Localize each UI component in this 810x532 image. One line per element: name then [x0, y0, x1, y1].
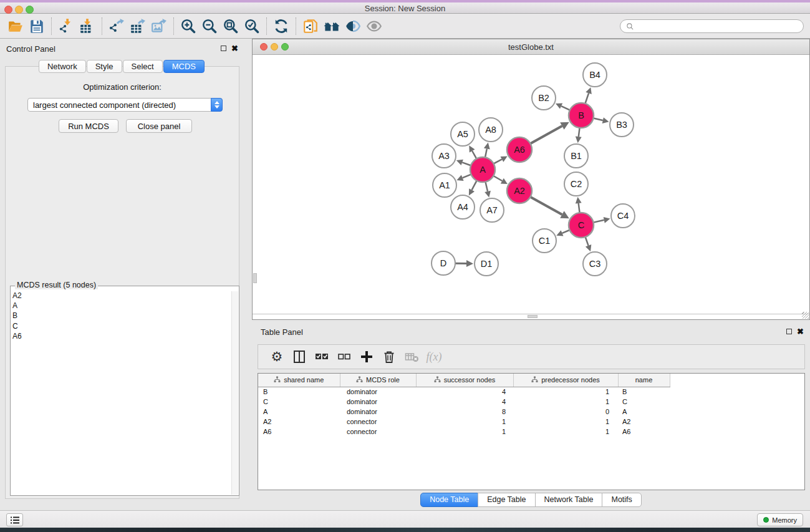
cell[interactable]: connector	[340, 427, 416, 437]
cell[interactable]: 1	[513, 417, 618, 427]
graph-node-label-B2: B2	[538, 93, 549, 103]
cell[interactable]: A	[618, 407, 670, 417]
column-view-icon[interactable]	[288, 347, 311, 366]
table-row[interactable]: Cdominator41C	[258, 397, 804, 407]
column-header-shared-name[interactable]: shared name	[258, 374, 340, 387]
refresh-layout-icon[interactable]	[271, 17, 292, 36]
close-table-panel-icon[interactable]: ✖	[797, 328, 804, 335]
import-table-icon[interactable]	[77, 17, 98, 36]
cell[interactable]: B	[258, 387, 340, 397]
graph-edge-A2-C[interactable]	[529, 196, 562, 215]
cell[interactable]: 0	[513, 407, 618, 417]
table-row[interactable]: Adominator80A	[258, 407, 804, 417]
tab-select[interactable]: Select	[123, 60, 163, 73]
cell[interactable]: C	[258, 397, 340, 407]
cell[interactable]: A2	[618, 417, 670, 427]
cell[interactable]: 1	[416, 427, 513, 437]
float-panel-icon[interactable]	[221, 46, 226, 51]
result-item-a6[interactable]: A6	[12, 331, 229, 341]
cell[interactable]: A6	[618, 427, 670, 437]
cell-filler	[670, 387, 804, 397]
table-row[interactable]: A2connector11A2	[258, 417, 804, 427]
mcds-result-title: MCDS result (5 nodes)	[15, 281, 98, 289]
hide-graphics-details-icon[interactable]	[342, 17, 364, 36]
select-all-columns-icon[interactable]	[311, 347, 333, 366]
tab-motifs[interactable]: Motifs	[602, 493, 641, 507]
tab-edge-table[interactable]: Edge Table	[478, 493, 535, 507]
column-header-successor-nodes[interactable]: successor nodes	[416, 374, 513, 387]
export-image-icon[interactable]	[148, 17, 170, 36]
open-session-icon[interactable]	[5, 17, 26, 36]
close-panel-button[interactable]: Close panel	[126, 119, 192, 133]
optimization-criterion-label: Optimization criterion:	[6, 82, 239, 92]
network-canvas[interactable]: AA1A2A3A4A5A6A7A8BB1B2B3B4CC1C2C3C4DD1	[253, 55, 809, 314]
cell[interactable]: 4	[416, 387, 513, 397]
network-window-titlebar[interactable]: testGlobe.txt	[253, 39, 809, 55]
cell[interactable]: 1	[513, 427, 618, 437]
cell[interactable]: dominator	[340, 387, 416, 397]
horizontal-scroll-thumb[interactable]	[528, 315, 538, 318]
export-network-icon[interactable]	[106, 17, 127, 36]
dropdown-stepper-icon	[211, 98, 223, 112]
result-item-a2[interactable]: A2	[12, 291, 229, 301]
table-row[interactable]: A6connector11A6	[258, 427, 804, 437]
add-column-icon[interactable]	[355, 347, 378, 366]
optimization-criterion-select[interactable]: largest connected component (directed)	[27, 98, 223, 112]
column-header-name[interactable]: name	[618, 374, 670, 387]
zoom-fit-icon[interactable]	[220, 17, 241, 36]
list-icon	[10, 516, 20, 525]
table-row[interactable]: Bdominator41B	[258, 387, 804, 397]
close-panel-icon[interactable]: ✖	[231, 45, 238, 52]
zoom-selected-icon[interactable]	[241, 17, 263, 36]
network-graph: AA1A2A3A4A5A6A7A8BB1B2B3B4CC1C2C3C4DD1	[253, 55, 809, 314]
graph-edge-A6-B[interactable]	[529, 126, 562, 144]
search-input[interactable]	[620, 19, 804, 33]
control-panel-title: Control Panel	[6, 44, 55, 54]
float-table-panel-icon[interactable]	[786, 329, 792, 334]
result-item-c[interactable]: C	[12, 321, 229, 331]
cell[interactable]: dominator	[340, 407, 416, 417]
zoom-out-icon[interactable]	[199, 17, 220, 36]
tab-network-table[interactable]: Network Table	[535, 493, 603, 507]
column-header-MCDS-role[interactable]: MCDS role	[340, 374, 416, 387]
cell[interactable]: 8	[416, 407, 513, 417]
task-history-button[interactable]	[6, 513, 23, 526]
cell[interactable]: A	[258, 407, 340, 417]
cell[interactable]: B	[618, 387, 670, 397]
cell[interactable]: A2	[258, 417, 340, 427]
home-view-icon[interactable]	[321, 17, 342, 36]
column-header-predecessor-nodes[interactable]: predecessor nodes	[513, 374, 618, 387]
cell[interactable]: connector	[340, 417, 416, 427]
cell[interactable]: 1	[416, 417, 513, 427]
tab-network[interactable]: Network	[39, 60, 86, 73]
table-settings-icon[interactable]: ⚙	[266, 347, 288, 366]
unselect-all-columns-icon[interactable]	[333, 347, 355, 366]
delete-column-icon[interactable]	[378, 347, 400, 366]
import-network-icon[interactable]	[55, 17, 77, 36]
memory-button[interactable]: Memory	[757, 513, 803, 526]
run-mcds-button[interactable]: Run MCDS	[59, 119, 118, 133]
save-session-icon[interactable]	[26, 17, 47, 36]
result-item-a[interactable]: A	[12, 301, 229, 311]
toolbar-separator	[102, 17, 102, 35]
app-titlebar: Session: New Session	[0, 0, 810, 14]
graph-node-label-A: A	[480, 165, 486, 175]
tab-node-table[interactable]: Node Table	[420, 493, 478, 507]
export-table-icon[interactable]	[127, 17, 148, 36]
cell[interactable]: C	[618, 397, 670, 407]
zoom-in-icon[interactable]	[178, 17, 199, 36]
result-item-b[interactable]: B	[12, 311, 229, 321]
clone-network-icon[interactable]	[300, 17, 321, 36]
cell-filler	[670, 397, 804, 407]
cell[interactable]: A6	[258, 427, 340, 437]
tab-style[interactable]: Style	[87, 60, 122, 73]
cell[interactable]: 1	[513, 387, 618, 397]
tab-mcds[interactable]: MCDS	[163, 60, 205, 73]
cell[interactable]: 4	[416, 397, 513, 407]
result-scrollbar[interactable]	[231, 291, 238, 495]
cell[interactable]: 1	[513, 397, 618, 407]
graph-arrowhead	[586, 87, 592, 94]
vertical-scroll-thumb[interactable]	[253, 273, 257, 283]
cell[interactable]: dominator	[340, 397, 416, 407]
window-resize-grip[interactable]	[802, 312, 809, 319]
